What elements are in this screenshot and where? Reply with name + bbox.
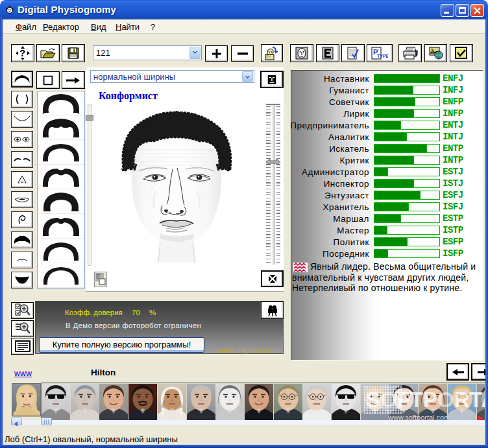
svg-text:?: ? bbox=[19, 47, 25, 58]
svg-text:TYPE: TYPE bbox=[377, 54, 388, 58]
